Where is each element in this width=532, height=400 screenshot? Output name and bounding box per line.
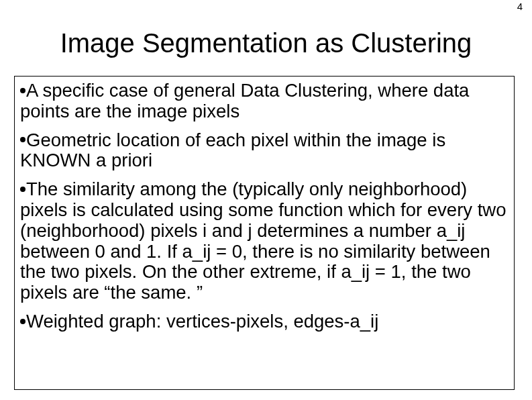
bullet-icon — [20, 319, 25, 324]
bullet-text: The similarity among the (typically only… — [20, 179, 507, 303]
bullet-text: Weighted graph: vertices-pixels, edges-a… — [26, 311, 378, 332]
page-number: 4 — [517, 1, 523, 12]
content-box: A specific case of general Data Clusteri… — [14, 76, 515, 390]
bullet-item: The similarity among the (typically only… — [20, 179, 509, 303]
bullet-text: A specific case of general Data Clusteri… — [20, 80, 469, 121]
bullet-text: Geometric location of each pixel within … — [20, 130, 445, 171]
bullet-icon — [20, 187, 25, 192]
bullet-item: Geometric location of each pixel within … — [20, 130, 509, 172]
bullet-item: A specific case of general Data Clusteri… — [20, 81, 509, 122]
slide: 4 Image Segmentation as Clustering A spe… — [0, 0, 532, 400]
bullet-icon — [20, 137, 25, 142]
bullet-icon — [20, 88, 25, 93]
slide-title: Image Segmentation as Clustering — [0, 28, 532, 58]
bullet-item: Weighted graph: vertices-pixels, edges-a… — [20, 311, 509, 332]
